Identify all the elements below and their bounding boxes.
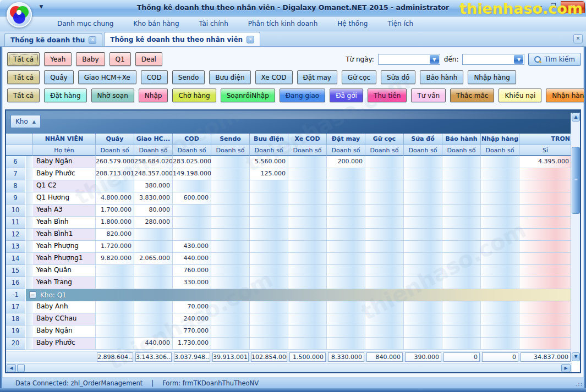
value-cell[interactable]: 3.830.000 [134, 192, 173, 205]
value-cell[interactable] [173, 217, 211, 229]
value-cell[interactable] [404, 168, 442, 180]
employee-name-cell[interactable]: Q1 C2 [33, 180, 96, 192]
table-row[interactable]: 13Yeah Phượng1.720.000430.000 [6, 241, 572, 253]
row-number-cell[interactable]: 8 [6, 180, 26, 192]
menu-item[interactable]: Phân tích kinh doanh [239, 18, 327, 30]
table-row[interactable]: 8Q1 C2380.000 [6, 180, 572, 192]
filter-button[interactable]: Baby [76, 52, 105, 66]
column-subheader[interactable]: Doanh số [365, 145, 404, 156]
filter-button[interactable]: Nhờ soạn [91, 89, 134, 102]
value-cell[interactable]: 1.730.000 [173, 338, 211, 350]
value-cell[interactable] [442, 338, 481, 350]
column-subheader[interactable]: Sỉ [519, 145, 572, 156]
column-subheader[interactable]: Doanh số [481, 145, 519, 156]
chevron-down-icon[interactable]: ▼ [430, 55, 439, 64]
value-cell[interactable] [211, 168, 250, 180]
value-cell[interactable] [250, 325, 288, 338]
value-cell[interactable] [481, 205, 519, 217]
value-cell[interactable] [442, 253, 481, 265]
value-cell[interactable]: 5.560.000 [250, 156, 288, 168]
value-cell[interactable] [404, 217, 442, 229]
value-cell[interactable] [288, 229, 327, 241]
value-cell[interactable] [442, 229, 481, 241]
value-cell[interactable] [288, 301, 327, 313]
value-cell[interactable] [365, 277, 404, 289]
value-cell[interactable] [404, 325, 442, 338]
value-cell[interactable] [327, 325, 365, 338]
value-cell[interactable] [211, 313, 250, 325]
value-cell[interactable] [365, 265, 404, 277]
value-cell[interactable] [327, 168, 365, 180]
column-header[interactable]: Sendo [211, 134, 250, 145]
filter-button[interactable]: Thắc mắc [450, 89, 494, 102]
value-cell[interactable] [288, 265, 327, 277]
value-cell[interactable] [288, 168, 327, 180]
value-cell[interactable]: 440.000 [134, 338, 173, 350]
value-cell[interactable]: 280.000 [134, 217, 173, 229]
column-subheader[interactable]: Doanh số [288, 145, 327, 156]
value-cell[interactable] [288, 192, 327, 205]
filter-button[interactable]: COD [141, 70, 168, 84]
horizontal-scroll-thumb[interactable] [17, 364, 25, 372]
value-cell[interactable]: 4.395.000 [519, 156, 572, 168]
value-cell[interactable] [327, 338, 365, 350]
table-row[interactable]: 19Baby Ngân770.000 [6, 325, 572, 338]
column-subheader[interactable]: Họ tên [33, 145, 96, 156]
scroll-down-icon[interactable]: ▼ [572, 352, 580, 361]
row-number-cell[interactable]: 10 [6, 205, 26, 217]
value-cell[interactable]: 258.684.020 [134, 156, 173, 168]
row-number-cell[interactable]: 7 [6, 168, 26, 180]
value-cell[interactable] [250, 205, 288, 217]
group-row-bar[interactable]: −Kho: Q1 [26, 289, 572, 301]
value-cell[interactable] [211, 217, 250, 229]
to-date-select[interactable]: ▼ [462, 54, 524, 65]
value-cell[interactable] [519, 217, 572, 229]
value-cell[interactable] [481, 156, 519, 168]
value-cell[interactable]: 380.000 [134, 180, 173, 192]
tab-active[interactable]: Thống kê doanh thu theo nhân viên✕ [104, 32, 260, 46]
value-cell[interactable] [250, 277, 288, 289]
employee-name-cell[interactable]: Baby Ngân [33, 156, 96, 168]
table-row[interactable]: 16Yeah Trang330.000 [6, 277, 572, 289]
value-cell[interactable] [365, 241, 404, 253]
table-row[interactable]: 12Yeah Bình1820.000 [6, 229, 572, 241]
filter-button[interactable]: Nhận hàng [546, 89, 586, 102]
value-cell[interactable] [96, 180, 134, 192]
value-cell[interactable]: 760.000 [173, 265, 211, 277]
row-number-cell[interactable]: 11 [6, 217, 26, 229]
filter-button[interactable]: Tất cả [7, 89, 40, 102]
value-cell[interactable] [519, 313, 572, 325]
value-cell[interactable] [288, 241, 327, 253]
value-cell[interactable] [519, 325, 572, 338]
column-subheader[interactable]: Doanh số [211, 145, 250, 156]
column-header[interactable]: Giao HC... [134, 134, 173, 145]
column-header[interactable]: Gữ cọc [365, 134, 404, 145]
filter-button[interactable]: Gử cọc [342, 70, 376, 84]
table-row[interactable]: 7Baby Phước208.713.001248.357.000149.198… [6, 168, 572, 180]
value-cell[interactable] [288, 253, 327, 265]
value-cell[interactable] [404, 229, 442, 241]
employee-name-cell[interactable]: Baby Ngân [33, 325, 96, 338]
value-cell[interactable] [519, 241, 572, 253]
tabstrip-close-icon[interactable]: ✕ [573, 34, 583, 43]
value-cell[interactable] [404, 241, 442, 253]
menu-item[interactable]: Danh mục chung [48, 18, 122, 30]
value-cell[interactable] [365, 229, 404, 241]
value-cell[interactable] [442, 265, 481, 277]
value-cell[interactable] [365, 217, 404, 229]
value-cell[interactable] [96, 301, 134, 313]
employee-name-cell[interactable]: Baby Anh [33, 301, 96, 313]
value-cell[interactable]: 2.065.000 [134, 253, 173, 265]
column-header[interactable]: Quầy [96, 134, 134, 145]
filter-button[interactable]: Sendo [172, 70, 205, 84]
column-subheader[interactable]: Doanh số [96, 145, 134, 156]
value-cell[interactable] [442, 205, 481, 217]
value-cell[interactable] [481, 192, 519, 205]
value-cell[interactable]: 200.000 [327, 156, 365, 168]
table-row[interactable]: 9Q1 Hương4.800.0003.830.000600.000 [6, 192, 572, 205]
value-cell[interactable] [404, 253, 442, 265]
chevron-down-icon[interactable]: ▼ [514, 55, 523, 64]
value-cell[interactable] [481, 265, 519, 277]
value-cell[interactable] [327, 253, 365, 265]
menu-item[interactable]: Tiện ích [379, 18, 422, 30]
